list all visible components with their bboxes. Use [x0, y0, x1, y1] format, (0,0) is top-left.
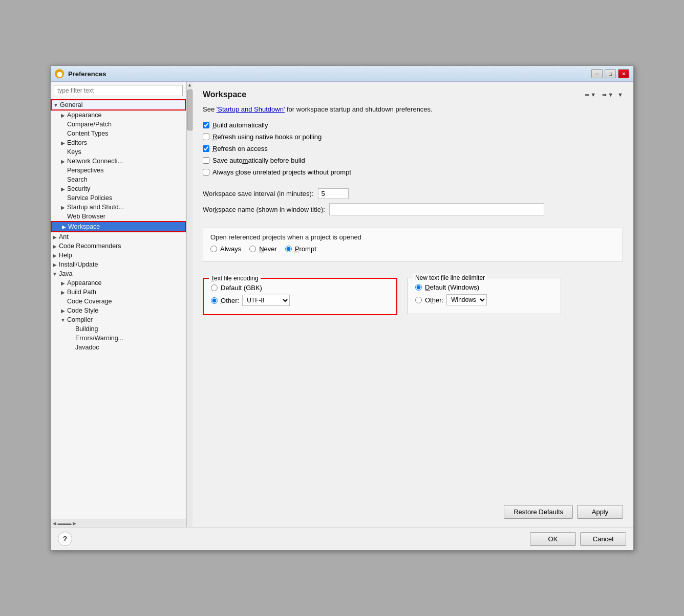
window-title: Preferences [68, 70, 106, 78]
checkbox-refresh-access-input[interactable] [203, 145, 209, 152]
sidebar-wrapper: ▼ General ▶ Appearance Compare/Patch Con… [51, 82, 193, 527]
close-button[interactable]: ✕ [618, 69, 629, 78]
tree-item-code-recommenders[interactable]: ▶ Code Recommenders [51, 241, 186, 251]
tree-item-java-compiler[interactable]: ▼ Compiler [51, 315, 186, 324]
tree-item-editors[interactable]: ▶ Editors [51, 138, 186, 147]
expand-icon-security: ▶ [59, 186, 67, 192]
tree-label-java-codestyle: Code Style [67, 307, 98, 314]
sidebar-hscroll[interactable]: ◀ ▬▬▬ ▶ [51, 519, 186, 527]
tree-label-java-appearance: Appearance [67, 279, 101, 287]
tree-item-java-appearance[interactable]: ▶ Appearance [51, 278, 186, 288]
checkbox-close-unrelated-label: Always close unrelated projects without … [212, 168, 351, 176]
sidebar-scroll-thumb [187, 90, 193, 130]
tree-item-webbrowser[interactable]: Web Browser [51, 212, 186, 221]
encoding-box: Text file encoding Default (GBK) Other: … [203, 278, 397, 315]
tree-label-install: Install/Update [59, 261, 98, 268]
radio-encoding-other-label: Other: [221, 297, 239, 304]
main-header: Workspace ⬅ ▼ ➡ ▼ ▼ [203, 90, 623, 99]
back-button[interactable]: ⬅ ▼ [585, 92, 596, 98]
maximize-button[interactable]: □ [605, 69, 616, 78]
tree-label-content: Content Types [67, 130, 108, 137]
checkbox-refresh-native-input[interactable] [203, 134, 209, 140]
forward-button[interactable]: ➡ ▼ [602, 92, 613, 98]
tree-label-network: Network Connecti... [67, 158, 123, 165]
save-interval-input[interactable] [318, 188, 349, 199]
checkbox-build-auto-input[interactable] [203, 122, 209, 128]
tree-label-java-compiler: Compiler [67, 316, 93, 323]
encoding-select[interactable]: UTF-8 UTF-16 ISO-8859-1 GBK [242, 295, 290, 306]
expand-icon-startup: ▶ [59, 205, 67, 210]
radio-never[interactable] [249, 246, 256, 252]
radio-encoding-default[interactable] [211, 284, 218, 291]
expand-icon-help: ▶ [51, 253, 59, 258]
tree-item-java[interactable]: ▼ Java [51, 269, 186, 278]
radio-always[interactable] [210, 246, 217, 252]
tree-label-ant: Ant [59, 233, 69, 240]
tree-item-install[interactable]: ▶ Install/Update [51, 260, 186, 269]
tree-label-editors: Editors [67, 139, 87, 146]
workspace-name-row: Workspace name (shown in window title): [203, 203, 623, 215]
tree-label-java-javadoc: Javadoc [75, 344, 99, 351]
checkbox-refresh-access: Refresh on access [203, 145, 623, 152]
section-description: See 'Startup and Shutdown' for workspace… [203, 105, 623, 113]
tree-container: ▼ General ▶ Appearance Compare/Patch Con… [51, 99, 186, 519]
tree-item-content[interactable]: Content Types [51, 129, 186, 138]
tree-item-service[interactable]: Service Policies [51, 193, 186, 203]
apply-button[interactable]: Apply [577, 505, 623, 519]
tree-item-perspectives[interactable]: Perspectives [51, 166, 186, 175]
tree-item-help[interactable]: ▶ Help [51, 251, 186, 260]
delimiter-select[interactable]: Windows Unix Mac [446, 294, 487, 305]
tree-item-network[interactable]: ▶ Network Connecti... [51, 157, 186, 166]
startup-shutdown-link[interactable]: 'Startup and Shutdown' [217, 105, 285, 113]
cancel-button[interactable]: Cancel [580, 532, 626, 546]
tree-item-workspace[interactable]: ▶ Workspace [51, 221, 186, 232]
tree-item-keys[interactable]: Keys [51, 147, 186, 157]
restore-defaults-button[interactable]: Restore Defaults [504, 505, 573, 519]
sidebar-vscroll[interactable]: ▲ [186, 82, 193, 527]
tree-label-java-errors: Errors/Warning... [75, 335, 123, 342]
tree-item-search[interactable]: Search [51, 175, 186, 184]
expand-icon-java-codestyle: ▶ [59, 308, 67, 314]
tree-item-java-javadoc[interactable]: Javadoc [51, 343, 186, 352]
expand-icon-workspace: ▶ [60, 224, 68, 230]
checkbox-close-unrelated: Always close unrelated projects without … [203, 168, 623, 176]
save-interval-label: Workspace save interval (in minutes): [203, 190, 314, 197]
checkbox-save-auto-label: Save automatically before build [212, 157, 305, 164]
app-icon: ⬤ [55, 69, 64, 78]
radio-delimiter-default[interactable] [415, 284, 422, 291]
tree-item-java-codestyle[interactable]: ▶ Code Style [51, 306, 186, 315]
tree-label-search: Search [67, 176, 88, 183]
filter-input[interactable] [54, 85, 183, 96]
tree-item-general[interactable]: ▼ General [51, 99, 186, 111]
menu-button[interactable]: ▼ [617, 92, 623, 98]
tree-item-java-errors[interactable]: Errors/Warning... [51, 334, 186, 343]
checkbox-save-auto-input[interactable] [203, 157, 209, 164]
tree-item-security[interactable]: ▶ Security [51, 184, 186, 193]
ok-button[interactable]: OK [530, 532, 576, 546]
radio-delimiter-other[interactable] [415, 297, 422, 303]
tree-label-keys: Keys [67, 148, 81, 156]
bottom-buttons: OK Cancel [530, 532, 626, 546]
tree-label-java-codecoverage: Code Coverage [67, 298, 112, 305]
radio-encoding-other[interactable] [211, 297, 218, 304]
tree-item-startup[interactable]: ▶ Startup and Shutd... [51, 203, 186, 212]
tree-item-java-building[interactable]: Building [51, 324, 186, 334]
checkbox-close-unrelated-input[interactable] [203, 169, 209, 175]
expand-icon-general: ▼ [52, 102, 60, 108]
radio-delimiter-default-label: Default (Windows) [425, 283, 479, 291]
workspace-name-input[interactable] [329, 203, 544, 215]
help-button[interactable]: ? [58, 532, 72, 546]
minimize-button[interactable]: ─ [591, 69, 603, 78]
tree-item-java-buildpath[interactable]: ▶ Build Path [51, 288, 186, 297]
checkbox-refresh-access-label: Refresh on access [212, 145, 268, 152]
radio-prompt[interactable] [285, 246, 292, 252]
tree-label-java-buildpath: Build Path [67, 289, 96, 296]
tree-item-ant[interactable]: ▶ Ant [51, 232, 186, 241]
expand-icon-java-buildpath: ▶ [59, 290, 67, 295]
tree-label-workspace: Workspace [68, 223, 100, 230]
tree-item-appearance[interactable]: ▶ Appearance [51, 111, 186, 120]
tree-label-security: Security [67, 185, 90, 192]
tree-item-compare[interactable]: Compare/Patch [51, 120, 186, 129]
expand-icon-install: ▶ [51, 262, 59, 268]
tree-item-java-codecoverage[interactable]: Code Coverage [51, 297, 186, 306]
